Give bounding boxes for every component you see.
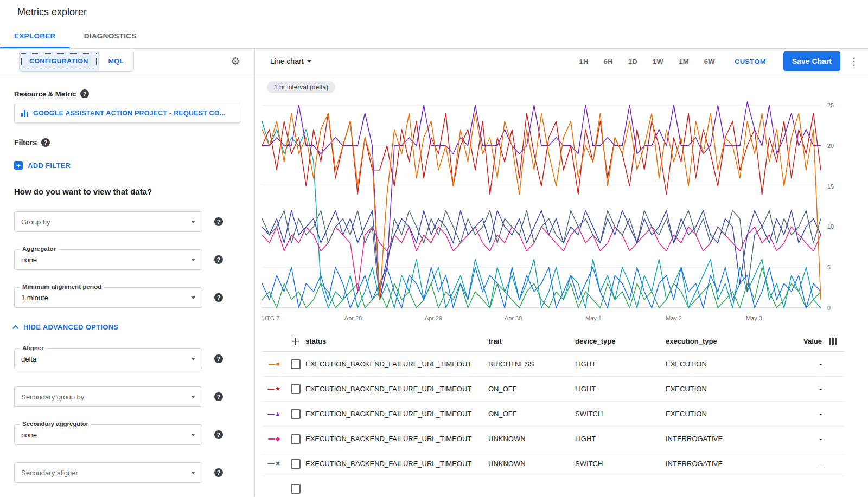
aggregator-select[interactable]: Aggregator none xyxy=(14,249,202,270)
resource-metric-label: Resource & Metric xyxy=(14,90,76,98)
time-range-1w[interactable]: 1W xyxy=(653,57,663,66)
mql-tab[interactable]: MQL xyxy=(98,51,134,71)
tab-explorer[interactable]: EXPLORER xyxy=(0,24,70,48)
help-icon[interactable]: ? xyxy=(41,138,50,147)
resource-metric-button[interactable]: GOOGLE ASSISTANT ACTION PROJECT - REQUES… xyxy=(14,104,240,123)
time-range-6h[interactable]: 6H xyxy=(604,57,613,66)
column-settings-icon[interactable] xyxy=(829,338,838,345)
tab-diagnostics[interactable]: DIAGNOSTICS xyxy=(70,24,151,48)
table-row: ★EXECUTION_BACKEND_FAILURE_URL_TIMEOUTON… xyxy=(262,377,845,402)
help-icon[interactable]: ? xyxy=(214,468,223,477)
time-range-1d[interactable]: 1D xyxy=(628,57,637,66)
add-filter-button[interactable]: + ADD FILTER xyxy=(14,161,240,170)
group-by-select[interactable]: Group by xyxy=(14,211,202,232)
chevron-down-icon xyxy=(191,296,195,299)
view-data-question: How do you want to view that data? xyxy=(14,187,240,196)
bar-chart-icon xyxy=(21,110,28,117)
config-mql-segmented-control: CONFIGURATION MQL xyxy=(19,51,134,72)
row-checkbox[interactable] xyxy=(291,359,301,369)
aggregator-value: none xyxy=(21,256,37,264)
status-cell: EXECUTION_BACKEND_FAILURE_URL_TIMEOUT xyxy=(305,385,488,393)
secondary-group-by-select[interactable]: Secondary group by xyxy=(14,386,202,407)
hide-advanced-options-label: HIDE ADVANCED OPTIONS xyxy=(23,323,118,331)
x-tick-label: May 1 xyxy=(585,315,602,321)
legend-grid-icon[interactable] xyxy=(292,338,299,345)
min-alignment-period-label: Minimum alignment period xyxy=(20,283,104,290)
secondary-aligner-select[interactable]: Secondary aligner xyxy=(14,462,202,483)
trait-header: trait xyxy=(488,337,575,345)
x-tick-label: Apr 28 xyxy=(344,315,362,321)
execution-type-header: execution_type xyxy=(666,337,790,345)
row-checkbox[interactable] xyxy=(291,384,301,394)
time-range-custom[interactable]: CUSTOM xyxy=(735,57,766,66)
time-range-1m[interactable]: 1M xyxy=(679,57,689,66)
aligner-select[interactable]: Aligner delta xyxy=(14,348,202,369)
status-header: status xyxy=(305,337,488,345)
y-tick-label: 5 xyxy=(827,264,831,270)
help-icon[interactable]: ? xyxy=(214,217,223,226)
y-tick-label: 10 xyxy=(827,223,834,230)
secondary-aggregator-value: none xyxy=(21,431,37,439)
chart-toolbar: Line chart 1H 6H 1D 1W 1M 6W CUSTOM Save… xyxy=(255,49,868,74)
page-title: Metrics explorer xyxy=(17,7,87,18)
gear-icon[interactable]: ⚙ xyxy=(231,56,240,67)
tab-explorer-label: EXPLORER xyxy=(14,32,56,40)
device-type-header: device_type xyxy=(575,337,666,345)
y-tick-label: 15 xyxy=(827,183,834,190)
hide-advanced-options-button[interactable]: HIDE ADVANCED OPTIONS xyxy=(14,323,240,331)
trait-cell: BRIGHTNESS xyxy=(488,360,575,368)
status-cell: EXECUTION_BACKEND_FAILURE_URL_TIMEOUT xyxy=(305,435,488,443)
aggregator-label: Aggregator xyxy=(20,246,59,252)
execution-type-cell: INTERROGATIVE xyxy=(666,460,790,468)
secondary-aggregator-label: Secondary aggregator xyxy=(20,421,91,427)
secondary-aligner-placeholder: Secondary aligner xyxy=(21,469,78,477)
value-cell: - xyxy=(790,435,822,443)
x-tick-label: May 3 xyxy=(746,315,762,321)
row-checkbox[interactable] xyxy=(291,459,301,469)
y-tick-label: 25 xyxy=(827,102,834,108)
status-cell: EXECUTION_BACKEND_FAILURE_URL_TIMEOUT xyxy=(305,460,488,468)
value-cell: - xyxy=(790,410,822,418)
help-icon[interactable]: ? xyxy=(80,89,89,98)
trait-cell: ON_OFF xyxy=(488,410,575,418)
filters-label: Filters xyxy=(14,138,37,147)
x-tick-label: Apr 30 xyxy=(505,315,522,321)
resource-metric-button-label: GOOGLE ASSISTANT ACTION PROJECT - REQUES… xyxy=(33,109,226,117)
device-type-cell: LIGHT xyxy=(575,435,666,443)
trait-cell: UNKNOWN xyxy=(488,460,575,468)
x-tick-label: Apr 29 xyxy=(425,315,442,321)
secondary-group-by-placeholder: Secondary group by xyxy=(21,393,84,401)
time-range-6w[interactable]: 6W xyxy=(704,57,715,66)
secondary-aggregator-select[interactable]: Secondary aggregator none xyxy=(14,424,202,445)
device-type-cell: SWITCH xyxy=(575,410,666,418)
chart-svg xyxy=(262,101,821,311)
chart-type-dropdown[interactable]: Line chart xyxy=(270,57,311,66)
row-checkbox[interactable] xyxy=(291,434,301,444)
min-alignment-period-select[interactable]: Minimum alignment period 1 minute xyxy=(14,287,202,308)
chevron-down-icon xyxy=(307,60,311,63)
more-vert-icon[interactable]: ⋮ xyxy=(849,56,859,67)
row-checkbox[interactable] xyxy=(291,484,301,494)
value-header: Value xyxy=(790,337,822,345)
line-chart[interactable]: 2520151050 UTC-7Apr 28Apr 29Apr 30May 1M… xyxy=(262,101,821,326)
help-icon[interactable]: ? xyxy=(214,354,223,363)
device-type-cell: SWITCH xyxy=(575,460,666,468)
tab-diagnostics-label: DIAGNOSTICS xyxy=(84,32,137,40)
min-alignment-period-value: 1 minute xyxy=(21,294,48,302)
help-icon[interactable]: ? xyxy=(214,430,223,439)
save-chart-button[interactable]: Save Chart xyxy=(783,51,840,71)
chart-y-axis: 2520151050 xyxy=(827,101,846,311)
series-marker-icon: ◆ xyxy=(262,436,286,442)
help-icon[interactable]: ? xyxy=(214,255,223,264)
row-checkbox[interactable] xyxy=(291,409,301,419)
trait-cell: ON_OFF xyxy=(488,385,575,393)
execution-type-cell: EXECUTION xyxy=(666,360,790,368)
help-icon[interactable]: ? xyxy=(214,392,223,401)
table-row: ✖EXECUTION_BACKEND_FAILURE_URL_TIMEOUTUN… xyxy=(262,451,845,476)
device-type-cell: LIGHT xyxy=(575,360,666,368)
configuration-tab[interactable]: CONFIGURATION xyxy=(20,51,98,71)
legend-table: status trait device_type execution_type … xyxy=(262,331,845,497)
help-icon[interactable]: ? xyxy=(214,293,223,302)
table-row xyxy=(262,476,845,497)
time-range-1h[interactable]: 1H xyxy=(579,57,588,66)
